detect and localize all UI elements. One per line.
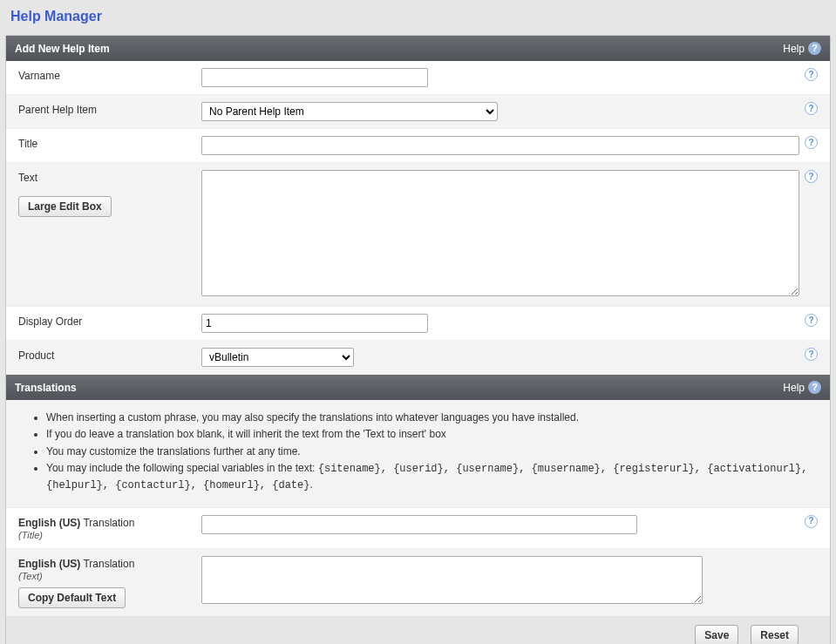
label-translation-title: English (US) Translation (Title) [18,515,201,541]
help-icon-2: ? [808,381,821,394]
info-bullet-1: When inserting a custom phrase, you may … [46,410,814,425]
row-title: Title ? [6,129,830,163]
label-parent: Parent Help Item [18,102,201,116]
varname-input[interactable] [201,68,428,87]
translation-title-help-icon[interactable]: ? [805,515,818,528]
panel1-title: Add New Help Item [15,43,110,55]
help-label-2: Help [783,382,805,394]
display-order-input[interactable] [201,314,428,333]
row-display-order: Display Order ? [6,307,830,341]
product-select[interactable]: vBulletin [201,348,354,367]
label-display-order: Display Order [18,314,201,328]
panel1-help-link[interactable]: Help ? [783,42,821,55]
panel2-title: Translations [15,382,77,394]
add-help-item-panel: Add New Help Item Help ? Varname ? Paren… [5,35,831,644]
reset-button[interactable]: Reset [751,625,799,644]
varname-help-icon[interactable]: ? [805,68,818,81]
page-title: Help Manager [0,0,836,35]
action-bar: Save Reset [6,616,830,644]
row-parent: Parent Help Item No Parent Help Item ? [6,95,830,129]
parent-select[interactable]: No Parent Help Item [201,102,498,121]
help-icon: ? [808,42,821,55]
translation-title-input[interactable] [201,515,637,534]
info-bullet-4: You may include the following special va… [46,461,814,493]
row-translation-text: English (US) Translation (Text) Copy Def… [6,549,830,616]
panel2-help-link[interactable]: Help ? [783,381,821,394]
title-help-icon[interactable]: ? [805,136,818,149]
translations-info: When inserting a custom phrase, you may … [6,400,830,508]
row-translation-title: English (US) Translation (Title) ? [6,508,830,549]
panel1-header: Add New Help Item Help ? [6,36,830,61]
copy-default-text-button[interactable]: Copy Default Text [18,587,126,608]
large-edit-box-button[interactable]: Large Edit Box [18,196,112,217]
row-varname: Varname ? [6,61,830,95]
label-title: Title [18,136,201,150]
text-help-icon[interactable]: ? [805,170,818,183]
label-varname: Varname [18,68,201,82]
label-text: Text [18,172,201,184]
translation-text-textarea[interactable] [201,556,703,604]
product-help-icon[interactable]: ? [805,348,818,361]
parent-help-icon[interactable]: ? [805,102,818,115]
row-product: Product vBulletin ? [6,341,830,375]
label-text-wrap: Text Large Edit Box [18,170,201,217]
panel2-header: Translations Help ? [6,375,830,400]
info-bullet-3: You may customize the translations furth… [46,444,814,459]
save-button[interactable]: Save [695,625,738,644]
display-order-help-icon[interactable]: ? [805,314,818,327]
label-translation-text: English (US) Translation (Text) Copy Def… [18,556,201,608]
help-label: Help [783,43,805,55]
info-bullet-2: If you do leave a translation box blank,… [46,427,814,442]
row-text: Text Large Edit Box ? [6,163,830,307]
text-textarea[interactable] [201,170,799,296]
title-input[interactable] [201,136,799,155]
label-product: Product [18,348,201,362]
